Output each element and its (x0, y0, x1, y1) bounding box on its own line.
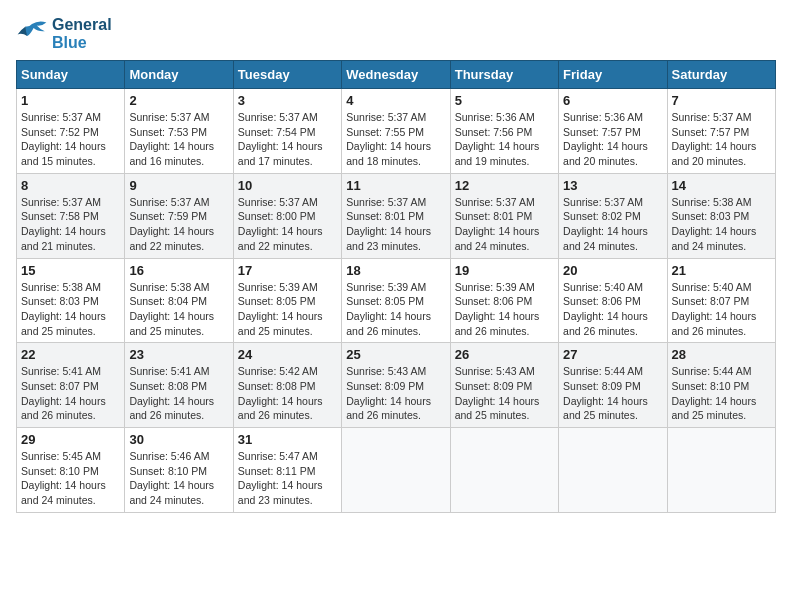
sunrise-label: Sunrise: 5:44 AM (563, 365, 643, 377)
day-info: Sunrise: 5:37 AM Sunset: 8:00 PM Dayligh… (238, 195, 337, 254)
day-info: Sunrise: 5:36 AM Sunset: 7:56 PM Dayligh… (455, 110, 554, 169)
daylight-minutes: and 26 minutes. (563, 325, 638, 337)
daylight-minutes: and 17 minutes. (238, 155, 313, 167)
weekday-header-wednesday: Wednesday (342, 61, 450, 89)
calendar-cell: 12 Sunrise: 5:37 AM Sunset: 8:01 PM Dayl… (450, 173, 558, 258)
day-number: 21 (672, 263, 771, 278)
daylight-label: Daylight: 14 hours (21, 310, 106, 322)
day-number: 20 (563, 263, 662, 278)
daylight-label: Daylight: 14 hours (238, 310, 323, 322)
daylight-label: Daylight: 14 hours (129, 140, 214, 152)
calendar-week-5: 29 Sunrise: 5:45 AM Sunset: 8:10 PM Dayl… (17, 428, 776, 513)
daylight-minutes: and 25 minutes. (129, 325, 204, 337)
calendar-cell: 24 Sunrise: 5:42 AM Sunset: 8:08 PM Dayl… (233, 343, 341, 428)
day-info: Sunrise: 5:37 AM Sunset: 7:53 PM Dayligh… (129, 110, 228, 169)
calendar-week-3: 15 Sunrise: 5:38 AM Sunset: 8:03 PM Dayl… (17, 258, 776, 343)
day-info: Sunrise: 5:37 AM Sunset: 7:55 PM Dayligh… (346, 110, 445, 169)
day-number: 22 (21, 347, 120, 362)
calendar-cell: 21 Sunrise: 5:40 AM Sunset: 8:07 PM Dayl… (667, 258, 775, 343)
day-info: Sunrise: 5:37 AM Sunset: 8:01 PM Dayligh… (455, 195, 554, 254)
calendar-cell: 31 Sunrise: 5:47 AM Sunset: 8:11 PM Dayl… (233, 428, 341, 513)
sunset-label: Sunset: 8:00 PM (238, 210, 316, 222)
calendar-body: 1 Sunrise: 5:37 AM Sunset: 7:52 PM Dayli… (17, 89, 776, 513)
daylight-minutes: and 24 minutes. (672, 240, 747, 252)
daylight-label: Daylight: 14 hours (346, 225, 431, 237)
daylight-label: Daylight: 14 hours (129, 479, 214, 491)
day-info: Sunrise: 5:37 AM Sunset: 8:02 PM Dayligh… (563, 195, 662, 254)
daylight-label: Daylight: 14 hours (238, 140, 323, 152)
daylight-minutes: and 25 minutes. (21, 325, 96, 337)
calendar-week-4: 22 Sunrise: 5:41 AM Sunset: 8:07 PM Dayl… (17, 343, 776, 428)
day-info: Sunrise: 5:37 AM Sunset: 7:54 PM Dayligh… (238, 110, 337, 169)
calendar-cell: 16 Sunrise: 5:38 AM Sunset: 8:04 PM Dayl… (125, 258, 233, 343)
calendar-cell (450, 428, 558, 513)
day-info: Sunrise: 5:40 AM Sunset: 8:07 PM Dayligh… (672, 280, 771, 339)
daylight-minutes: and 26 minutes. (129, 409, 204, 421)
daylight-minutes: and 25 minutes. (238, 325, 313, 337)
logo: General Blue (16, 16, 112, 52)
daylight-minutes: and 24 minutes. (455, 240, 530, 252)
calendar-cell: 3 Sunrise: 5:37 AM Sunset: 7:54 PM Dayli… (233, 89, 341, 174)
daylight-minutes: and 24 minutes. (21, 494, 96, 506)
sunset-label: Sunset: 8:01 PM (455, 210, 533, 222)
sunrise-label: Sunrise: 5:37 AM (21, 111, 101, 123)
day-number: 16 (129, 263, 228, 278)
day-number: 23 (129, 347, 228, 362)
day-number: 18 (346, 263, 445, 278)
day-number: 29 (21, 432, 120, 447)
sunset-label: Sunset: 8:03 PM (672, 210, 750, 222)
calendar-cell: 8 Sunrise: 5:37 AM Sunset: 7:58 PM Dayli… (17, 173, 125, 258)
calendar-cell: 14 Sunrise: 5:38 AM Sunset: 8:03 PM Dayl… (667, 173, 775, 258)
sunrise-label: Sunrise: 5:37 AM (563, 196, 643, 208)
day-info: Sunrise: 5:40 AM Sunset: 8:06 PM Dayligh… (563, 280, 662, 339)
day-number: 11 (346, 178, 445, 193)
sunset-label: Sunset: 7:57 PM (563, 126, 641, 138)
day-info: Sunrise: 5:38 AM Sunset: 8:03 PM Dayligh… (21, 280, 120, 339)
day-number: 4 (346, 93, 445, 108)
sunrise-label: Sunrise: 5:39 AM (346, 281, 426, 293)
calendar-cell (342, 428, 450, 513)
sunset-label: Sunset: 8:07 PM (21, 380, 99, 392)
daylight-minutes: and 23 minutes. (238, 494, 313, 506)
day-number: 27 (563, 347, 662, 362)
day-info: Sunrise: 5:36 AM Sunset: 7:57 PM Dayligh… (563, 110, 662, 169)
calendar-cell: 5 Sunrise: 5:36 AM Sunset: 7:56 PM Dayli… (450, 89, 558, 174)
daylight-minutes: and 22 minutes. (129, 240, 204, 252)
sunrise-label: Sunrise: 5:45 AM (21, 450, 101, 462)
sunrise-label: Sunrise: 5:37 AM (455, 196, 535, 208)
calendar-cell: 11 Sunrise: 5:37 AM Sunset: 8:01 PM Dayl… (342, 173, 450, 258)
sunrise-label: Sunrise: 5:38 AM (129, 281, 209, 293)
daylight-minutes: and 20 minutes. (563, 155, 638, 167)
day-number: 10 (238, 178, 337, 193)
calendar-cell: 18 Sunrise: 5:39 AM Sunset: 8:05 PM Dayl… (342, 258, 450, 343)
sunrise-label: Sunrise: 5:37 AM (238, 196, 318, 208)
daylight-label: Daylight: 14 hours (455, 225, 540, 237)
sunset-label: Sunset: 8:04 PM (129, 295, 207, 307)
sunrise-label: Sunrise: 5:47 AM (238, 450, 318, 462)
calendar-cell: 28 Sunrise: 5:44 AM Sunset: 8:10 PM Dayl… (667, 343, 775, 428)
weekday-header-friday: Friday (559, 61, 667, 89)
daylight-label: Daylight: 14 hours (455, 310, 540, 322)
daylight-label: Daylight: 14 hours (21, 140, 106, 152)
day-number: 17 (238, 263, 337, 278)
sunrise-label: Sunrise: 5:37 AM (238, 111, 318, 123)
day-number: 2 (129, 93, 228, 108)
sunset-label: Sunset: 7:55 PM (346, 126, 424, 138)
day-info: Sunrise: 5:41 AM Sunset: 8:08 PM Dayligh… (129, 364, 228, 423)
weekday-header-monday: Monday (125, 61, 233, 89)
sunset-label: Sunset: 8:09 PM (455, 380, 533, 392)
day-info: Sunrise: 5:41 AM Sunset: 8:07 PM Dayligh… (21, 364, 120, 423)
sunrise-label: Sunrise: 5:37 AM (129, 196, 209, 208)
daylight-minutes: and 16 minutes. (129, 155, 204, 167)
page-header: General Blue (16, 16, 776, 52)
sunrise-label: Sunrise: 5:37 AM (129, 111, 209, 123)
daylight-minutes: and 26 minutes. (455, 325, 530, 337)
calendar-cell: 15 Sunrise: 5:38 AM Sunset: 8:03 PM Dayl… (17, 258, 125, 343)
daylight-label: Daylight: 14 hours (129, 395, 214, 407)
sunrise-label: Sunrise: 5:41 AM (21, 365, 101, 377)
calendar-cell: 27 Sunrise: 5:44 AM Sunset: 8:09 PM Dayl… (559, 343, 667, 428)
logo-text: General Blue (52, 16, 112, 52)
day-info: Sunrise: 5:37 AM Sunset: 8:01 PM Dayligh… (346, 195, 445, 254)
sunrise-label: Sunrise: 5:39 AM (455, 281, 535, 293)
calendar-cell: 10 Sunrise: 5:37 AM Sunset: 8:00 PM Dayl… (233, 173, 341, 258)
